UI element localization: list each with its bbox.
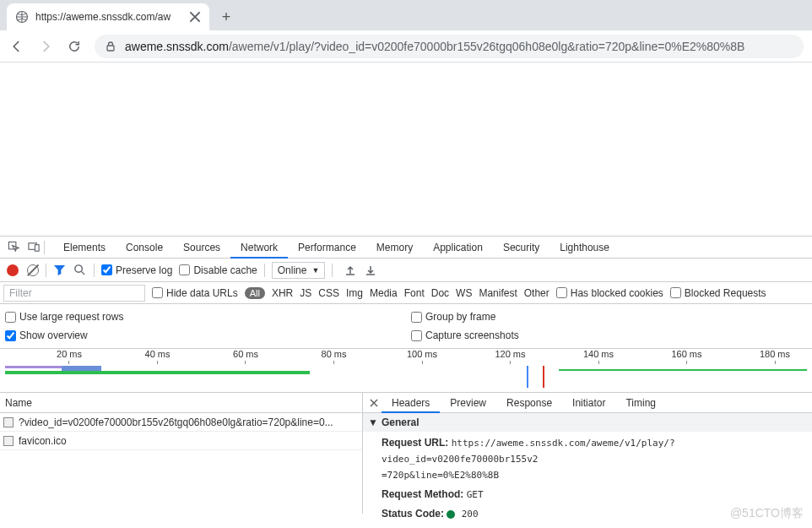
filter-css[interactable]: CSS bbox=[318, 287, 339, 299]
has-blocked-cookies-label: Has blocked cookies bbox=[571, 287, 663, 299]
tick: 40 ms bbox=[145, 349, 171, 364]
network-options: Use large request rows Show overview Gro… bbox=[0, 304, 812, 349]
filter-icon[interactable] bbox=[53, 264, 67, 277]
tick: 20 ms bbox=[57, 349, 82, 364]
close-tab-icon[interactable] bbox=[189, 11, 201, 23]
filter-xhr[interactable]: XHR bbox=[272, 287, 293, 299]
blocked-requests-label: Blocked Requests bbox=[685, 287, 766, 299]
capture-screenshots-label: Capture screenshots bbox=[425, 329, 519, 341]
reload-button[interactable] bbox=[66, 38, 83, 55]
status-code-label: Status Code: bbox=[382, 508, 444, 520]
download-icon[interactable] bbox=[365, 264, 376, 276]
status-dot-icon bbox=[447, 510, 455, 519]
globe-icon bbox=[15, 10, 29, 24]
detail-tab-preview[interactable]: Preview bbox=[440, 393, 496, 413]
preserve-log-label: Preserve log bbox=[116, 264, 172, 276]
request-row[interactable]: favicon.ico bbox=[0, 432, 362, 450]
filter-ws[interactable]: WS bbox=[456, 287, 472, 299]
status-code-value: 200 bbox=[462, 509, 479, 520]
tab-title: https://aweme.snssdk.com/aw bbox=[35, 11, 182, 23]
tab-lighthouse[interactable]: Lighthouse bbox=[549, 237, 620, 259]
browser-tab-strip: https://aweme.snssdk.com/aw + bbox=[0, 0, 812, 30]
tab-performance[interactable]: Performance bbox=[288, 237, 366, 259]
blocked-requests-checkbox[interactable]: Blocked Requests bbox=[670, 287, 766, 299]
filter-font[interactable]: Font bbox=[404, 287, 425, 299]
filter-other[interactable]: Other bbox=[524, 287, 549, 299]
tick: 60 ms bbox=[233, 349, 258, 364]
throttling-select[interactable]: Online ▼ bbox=[272, 262, 326, 279]
large-rows-checkbox[interactable]: Use large request rows bbox=[5, 311, 123, 323]
name-column-header[interactable]: Name bbox=[0, 393, 362, 413]
large-rows-label: Use large request rows bbox=[19, 311, 123, 323]
detail-tab-response[interactable]: Response bbox=[496, 393, 562, 413]
request-method-row: Request Method: GET bbox=[382, 487, 804, 503]
detail-tab-initiator[interactable]: Initiator bbox=[562, 393, 615, 413]
address-bar[interactable]: aweme.snssdk.com/aweme/v1/play/?video_id… bbox=[95, 35, 804, 58]
general-section-header[interactable]: ▼ General bbox=[363, 413, 812, 432]
tab-console[interactable]: Console bbox=[116, 237, 173, 259]
request-method-value: GET bbox=[467, 489, 484, 500]
filter-all[interactable]: All bbox=[245, 287, 265, 299]
import-export-icons bbox=[344, 264, 376, 276]
back-button[interactable] bbox=[8, 38, 25, 55]
device-icon[interactable] bbox=[24, 237, 44, 258]
preserve-log-checkbox[interactable]: Preserve log bbox=[101, 264, 172, 276]
online-label: Online bbox=[278, 264, 307, 276]
group-by-frame-checkbox[interactable]: Group by frame bbox=[411, 311, 495, 323]
chevron-down-icon: ▼ bbox=[368, 413, 378, 432]
file-icon bbox=[3, 436, 14, 446]
request-row[interactable]: ?video_id=v0200fe70000br155v26tgq06h08e0… bbox=[0, 413, 362, 432]
filter-img[interactable]: Img bbox=[346, 287, 363, 299]
devtools-tabs: Elements Console Sources Network Perform… bbox=[53, 237, 620, 259]
network-timeline[interactable]: 20 ms 40 ms 60 ms 80 ms 100 ms 120 ms 14… bbox=[0, 349, 812, 393]
tick: 140 ms bbox=[583, 349, 614, 364]
tab-sources[interactable]: Sources bbox=[173, 237, 230, 259]
filter-input[interactable] bbox=[3, 285, 145, 302]
show-overview-checkbox[interactable]: Show overview bbox=[5, 329, 88, 341]
upload-icon[interactable] bbox=[344, 264, 356, 276]
close-detail-icon[interactable] bbox=[366, 395, 382, 411]
has-blocked-cookies-checkbox[interactable]: Has blocked cookies bbox=[556, 287, 663, 299]
disable-cache-checkbox[interactable]: Disable cache bbox=[179, 264, 257, 276]
divider bbox=[264, 264, 265, 277]
tab-elements[interactable]: Elements bbox=[53, 237, 116, 259]
filter-manifest[interactable]: Manifest bbox=[479, 287, 517, 299]
network-filter-bar: Hide data URLs All XHR JS CSS Img Media … bbox=[0, 282, 812, 304]
network-split: Name ?video_id=v0200fe70000br155v26tgq06… bbox=[0, 393, 812, 514]
svg-rect-1 bbox=[107, 46, 114, 51]
hide-data-urls-checkbox[interactable]: Hide data URLs bbox=[152, 287, 238, 299]
capture-screenshots-checkbox[interactable]: Capture screenshots bbox=[411, 329, 519, 341]
tick: 80 ms bbox=[322, 349, 347, 364]
browser-tab[interactable]: https://aweme.snssdk.com/aw bbox=[7, 3, 209, 30]
tab-application[interactable]: Application bbox=[423, 237, 493, 259]
chevron-down-icon: ▼ bbox=[311, 266, 319, 275]
filter-doc[interactable]: Doc bbox=[431, 287, 449, 299]
type-filters: All XHR JS CSS Img Media Font Doc WS Man… bbox=[245, 287, 549, 299]
tab-memory[interactable]: Memory bbox=[366, 237, 423, 259]
browser-toolbar: aweme.snssdk.com/aweme/v1/play/?video_id… bbox=[0, 30, 812, 63]
lock-icon bbox=[105, 41, 116, 52]
divider bbox=[332, 264, 333, 277]
detail-tab-headers[interactable]: Headers bbox=[382, 393, 440, 413]
group-by-frame-label: Group by frame bbox=[425, 311, 495, 323]
disable-cache-label: Disable cache bbox=[193, 264, 257, 276]
clear-button[interactable] bbox=[27, 264, 39, 276]
tick: 100 ms bbox=[407, 349, 437, 364]
devtools-panel: Elements Console Sources Network Perform… bbox=[0, 236, 812, 514]
inspect-icon[interactable] bbox=[3, 237, 24, 258]
request-name: ?video_id=v0200fe70000br155v26tgq06h08e0… bbox=[19, 416, 359, 428]
network-toolbar: Preserve log Disable cache Online ▼ bbox=[0, 259, 812, 282]
request-url-row: Request URL: https://aweme.snssdk.com/aw… bbox=[382, 435, 804, 483]
new-tab-button[interactable]: + bbox=[214, 5, 238, 29]
record-button[interactable] bbox=[7, 264, 19, 276]
tab-network[interactable]: Network bbox=[230, 237, 288, 259]
tab-security[interactable]: Security bbox=[493, 237, 549, 259]
detail-tabs: Headers Preview Response Initiator Timin… bbox=[363, 393, 812, 413]
request-url-label: Request URL: bbox=[382, 437, 448, 449]
svg-point-5 bbox=[75, 264, 82, 271]
forward-button[interactable] bbox=[37, 38, 54, 55]
detail-tab-timing[interactable]: Timing bbox=[615, 393, 666, 413]
filter-media[interactable]: Media bbox=[370, 287, 398, 299]
filter-js[interactable]: JS bbox=[300, 287, 311, 299]
search-icon[interactable] bbox=[73, 264, 87, 277]
